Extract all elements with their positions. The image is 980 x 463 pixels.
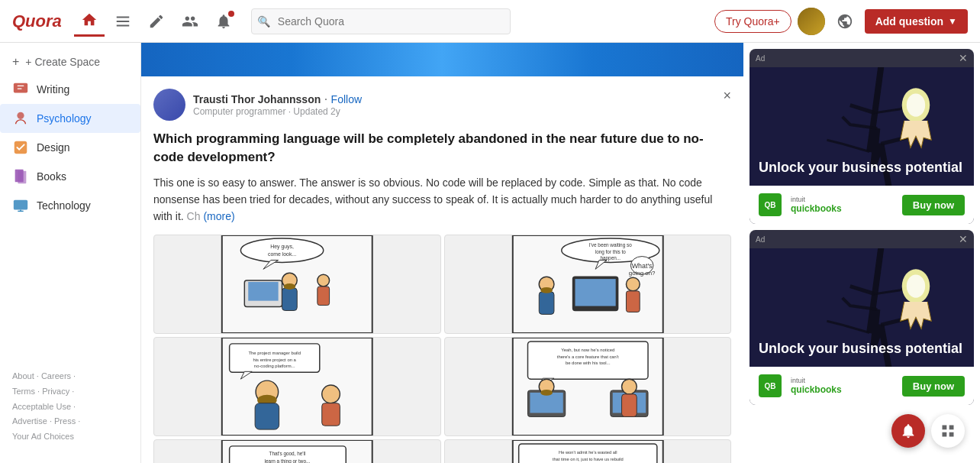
add-question-label: Add question <box>875 15 943 28</box>
sidebar-item-books[interactable]: Books <box>0 162 140 191</box>
post-more-link[interactable]: (more) <box>203 210 234 222</box>
post-close-button[interactable]: × <box>723 89 731 102</box>
buy-now-button-2[interactable]: Buy now <box>902 376 965 397</box>
main-content: Trausti Thor Johannsson · Follow Compute… <box>141 43 743 463</box>
svg-point-79 <box>907 93 925 116</box>
post-author: Trausti Thor Johannsson · Follow Compute… <box>153 89 362 121</box>
terms-link[interactable]: Terms <box>12 387 35 396</box>
add-question-chevron: ▼ <box>948 16 957 27</box>
sidebar-item-writing[interactable]: Writing <box>0 75 140 104</box>
ad-headline-2: Unlock your business potential <box>759 341 962 358</box>
main-layout: + + Create Space Writing Psychology <box>0 43 980 463</box>
svg-text:come look...: come look... <box>268 251 296 256</box>
svg-point-1 <box>17 112 24 119</box>
careers-link[interactable]: Careers <box>41 371 71 380</box>
search-wrapper <box>251 8 511 34</box>
nav-people[interactable] <box>175 6 205 37</box>
svg-point-43 <box>322 385 340 403</box>
footer-line1: About · Careers · <box>12 369 128 384</box>
search-input[interactable] <box>251 8 511 34</box>
sidebar-label-technology: Technology <box>37 199 91 212</box>
ad-text-overlay-1: Unlock your business potential <box>759 160 962 176</box>
svg-rect-27 <box>539 292 554 315</box>
about-link[interactable]: About <box>12 371 34 380</box>
floating-grid-button[interactable] <box>931 414 965 448</box>
nav-feed[interactable] <box>108 6 138 37</box>
svg-point-16 <box>318 274 330 287</box>
comic-panel-3[interactable]: The project manager build his entire pro… <box>153 337 441 436</box>
right-panel: Ad ✕ <box>743 43 980 463</box>
ad-headline-1: Unlock your business potential <box>759 160 962 176</box>
author-name[interactable]: Trausti Thor Johannsson <box>193 93 321 105</box>
svg-rect-42 <box>255 403 279 429</box>
sidebar-item-psychology[interactable]: Psychology <box>0 104 140 133</box>
footer-line3: Acceptable Use · <box>12 400 128 415</box>
language-selector[interactable] <box>831 8 859 35</box>
svg-rect-52 <box>530 393 563 413</box>
svg-point-54 <box>540 390 553 396</box>
create-space-button[interactable]: + + Create Space <box>0 49 140 75</box>
author-avatar[interactable] <box>153 89 185 121</box>
svg-text:That's good, he'll: That's good, he'll <box>269 450 305 456</box>
advertise-link[interactable]: Advertise <box>12 416 47 426</box>
top-banner[interactable] <box>141 43 743 76</box>
svg-point-15 <box>284 283 296 290</box>
svg-rect-4 <box>18 171 26 184</box>
acceptable-use-link[interactable]: Acceptable Use <box>12 402 71 411</box>
ad-close-2[interactable]: ✕ <box>959 233 968 245</box>
nav-home[interactable] <box>74 6 105 37</box>
follow-button[interactable]: Follow <box>331 93 362 105</box>
sidebar-footer: About · Careers · Terms · Privacy · Acce… <box>0 357 140 457</box>
svg-text:Yeah, but now he's noticed: Yeah, but now he's noticed <box>561 347 614 351</box>
quora-logo[interactable]: Quora <box>12 11 62 31</box>
sidebar-item-design[interactable]: Design <box>0 133 140 162</box>
ad-choices-link[interactable]: Your Ad Choices <box>12 432 74 441</box>
banner-image <box>141 43 743 76</box>
comic-panel-6[interactable]: He won't admit he's wasted all that time… <box>444 439 732 463</box>
author-meta: Computer programmer · Updated 2y <box>193 106 362 117</box>
ad-image-1: Unlock your business potential <box>750 67 974 186</box>
comic-panel-1[interactable]: Hey guys, come look... <box>153 235 441 334</box>
app-container: Quora <box>0 0 980 463</box>
ad-panel-2: Ad ✕ <box>750 230 974 405</box>
post-body: This one is so easy to answer. The answe… <box>153 174 731 225</box>
footer-line5: Your Ad Choices <box>12 429 128 445</box>
add-question-button[interactable]: Add question ▼ <box>865 9 968 34</box>
books-icon <box>12 168 29 185</box>
press-link[interactable]: Press <box>54 416 76 426</box>
ad-label-2: Ad <box>756 235 765 244</box>
privacy-link[interactable]: Privacy <box>42 387 69 396</box>
ad-close-1[interactable]: ✕ <box>959 52 968 64</box>
qb-logo-1: QB <box>759 193 782 216</box>
comic-panel-5[interactable]: That's good, he'll learn a thing or two.… <box>153 439 441 463</box>
svg-text:his entire project on a: his entire project on a <box>253 357 297 361</box>
sidebar-label-psychology: Psychology <box>37 112 92 125</box>
user-avatar[interactable] <box>798 8 825 35</box>
nav-write[interactable] <box>141 6 172 37</box>
comic-panel-2[interactable]: I've been waiting so long for this to ha… <box>444 235 732 334</box>
comic-panel-4[interactable]: Yeah, but now he's noticed there's a cor… <box>444 337 732 436</box>
svg-text:there's a core feature that ca: there's a core feature that can't <box>556 354 618 358</box>
technology-icon <box>12 197 29 214</box>
nav-icons <box>74 6 239 37</box>
nav-notifications[interactable] <box>208 6 239 37</box>
svg-text:happen...: happen... <box>600 255 621 261</box>
post-title: Which programming language will be compl… <box>153 130 731 167</box>
buy-now-button-1[interactable]: Buy now <box>902 195 965 215</box>
svg-rect-30 <box>626 291 640 312</box>
sidebar-item-technology[interactable]: Technology <box>0 191 140 220</box>
floating-notification-button[interactable] <box>891 414 925 448</box>
svg-point-28 <box>540 287 553 293</box>
qb-brand-text-2: intuit quickbooks <box>791 377 842 395</box>
svg-text:The project manager build: The project manager build <box>248 350 300 355</box>
ad-brand-1: QB intuit quickbooks <box>759 193 842 216</box>
post-card: Trausti Thor Johannsson · Follow Compute… <box>141 76 743 463</box>
svg-text:that time on it, just to have : that time on it, just to have us rebuild <box>552 456 623 461</box>
try-plus-button[interactable]: Try Quora+ <box>714 10 791 33</box>
ad-top-bar-2: Ad ✕ <box>750 230 974 248</box>
svg-text:He won't admit he's wasted all: He won't admit he's wasted all <box>559 449 617 454</box>
qb-brand-text-1: intuit quickbooks <box>791 196 842 214</box>
svg-rect-44 <box>322 403 340 426</box>
ad-brand-2: QB intuit quickbooks <box>759 374 842 397</box>
svg-point-29 <box>626 277 640 291</box>
